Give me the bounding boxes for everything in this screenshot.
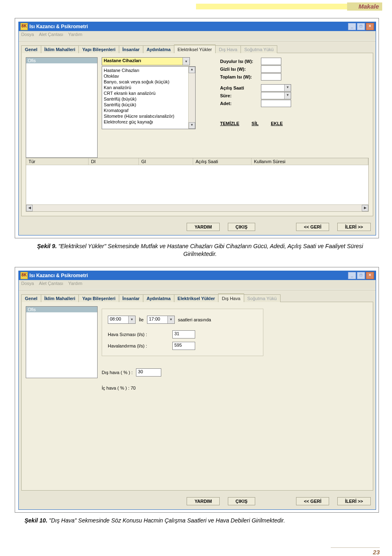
chevron-down-icon: ▼: [128, 316, 135, 323]
acilis-combo[interactable]: ▼: [261, 84, 291, 92]
back-button[interactable]: << GERİ: [296, 223, 329, 231]
scroll-down-icon[interactable]: ▼: [189, 122, 195, 129]
list-item[interactable]: Otoklav: [104, 73, 195, 79]
col-kullanim: Kullanım Süresi: [252, 158, 368, 165]
tab-strip: Genel İklim Mahalleri Yapı Bileşenleri İ…: [19, 41, 376, 53]
sizma-label: Hava Sızması (l/s) :: [108, 332, 169, 337]
menu-alet-cantasi[interactable]: Alet Çantası: [39, 281, 63, 288]
minimize-button[interactable]: _: [348, 272, 356, 279]
menu-dosya[interactable]: Dosya: [21, 281, 34, 288]
acilis-label: Açılış Saati: [220, 85, 261, 90]
havalandirma-input[interactable]: 595: [172, 342, 195, 350]
list-item[interactable]: Banyo, sıcak veya soğuk (küçük): [104, 79, 195, 85]
close-button[interactable]: ×: [366, 23, 374, 30]
listbox-scrollbar[interactable]: ▲ ▼: [188, 67, 195, 129]
chevron-down-icon: ▼: [284, 92, 291, 99]
menu-yardim[interactable]: Yardım: [68, 32, 82, 39]
dis-hava-input[interactable]: 30: [136, 368, 161, 377]
duyulur-input[interactable]: [261, 58, 281, 65]
menu-bar: Dosya Alet Çantası Yardım: [19, 31, 376, 40]
sure-label: Süre:: [220, 93, 261, 98]
list-item[interactable]: Santrifüj (küçük): [104, 102, 195, 108]
menu-dosya[interactable]: Dosya: [21, 32, 34, 39]
page-number: 23: [331, 547, 380, 556]
tab-insanlar[interactable]: İnsanlar: [119, 45, 143, 53]
caption-number: Şekil 9.: [37, 243, 57, 249]
tab-iklim-mahalleri[interactable]: İklim Mahalleri: [41, 294, 79, 302]
tab-aydinlatma[interactable]: Aydınlatma: [143, 45, 174, 53]
col-tur: Tür: [26, 158, 89, 165]
list-item[interactable]: CRT ekranlı kan analizörü: [104, 90, 195, 96]
app-window: 8K Isı Kazancı & Psikrometri _ □ × Dosya…: [18, 271, 376, 510]
caption-text: "Elektriksel Yükler" Sekmesinde Mutfak v…: [57, 243, 363, 257]
device-list[interactable]: Hastane Cihazları Otoklav Banyo, sıcak v…: [102, 66, 196, 129]
tab-elektriksel-yukler[interactable]: Elektriksel Yükler: [174, 45, 216, 53]
maximize-button[interactable]: □: [357, 23, 365, 30]
time-from-combo[interactable]: 08:00 ▼: [108, 316, 136, 324]
add-button[interactable]: EKLE: [271, 121, 283, 126]
sizma-input[interactable]: 31: [172, 330, 195, 339]
dis-hava-value: 30: [136, 369, 161, 376]
tab-iklim-mahalleri[interactable]: İklim Mahalleri: [41, 45, 79, 53]
room-list[interactable]: Ofis: [26, 57, 98, 158]
help-button[interactable]: YARDIM: [187, 223, 219, 231]
back-button[interactable]: << GERİ: [296, 497, 329, 505]
list-item[interactable]: Sitometre (Hücre sıralatıcı/analizör): [104, 113, 195, 119]
next-button[interactable]: İLERİ >>: [337, 497, 371, 505]
close-button[interactable]: ×: [366, 272, 374, 279]
room-list[interactable]: Ofis: [26, 306, 98, 378]
window-title-bar: 8K Isı Kazancı & Psikrometri _ □ ×: [19, 271, 376, 280]
list-item[interactable]: Kromatograf: [104, 108, 195, 113]
tab-aydinlatma[interactable]: Aydınlatma: [143, 294, 174, 302]
toplam-input[interactable]: [261, 73, 281, 81]
list-item[interactable]: Elektroforez güç kaynağı: [104, 119, 195, 125]
col-gi: GI: [139, 158, 193, 165]
table-hscroll[interactable]: ◀ ▶: [26, 204, 368, 211]
banner-label: Makale: [347, 2, 382, 11]
tab-genel[interactable]: Genel: [21, 45, 41, 53]
next-button[interactable]: İLERİ >>: [337, 223, 371, 231]
tab-sogutma-yuku[interactable]: Soğutma Yükü: [241, 45, 277, 53]
exit-button[interactable]: ÇIKIŞ: [228, 497, 255, 505]
maximize-button[interactable]: □: [357, 272, 365, 279]
exit-button[interactable]: ÇIKIŞ: [228, 223, 255, 231]
room-list-selected: Ofis: [26, 58, 97, 63]
adet-input[interactable]: [261, 100, 291, 107]
menu-yardim[interactable]: Yardım: [68, 281, 82, 288]
menu-alet-cantasi[interactable]: Alet Çantası: [39, 32, 63, 39]
scroll-left-icon[interactable]: ◀: [26, 205, 33, 211]
device-group-combo[interactable]: Hastane Cihazları ▼: [102, 57, 190, 65]
chevron-down-icon: ▼: [167, 316, 174, 323]
col-di: DI: [89, 158, 139, 165]
time-to-combo[interactable]: 17:00 ▼: [147, 316, 175, 324]
clear-button[interactable]: TEMİZLE: [220, 121, 239, 126]
tab-genel[interactable]: Genel: [21, 294, 41, 302]
window-title: Isı Kazancı & Psikrometri: [29, 273, 348, 278]
bottom-bar: YARDIM ÇIKIŞ << GERİ İLERİ >>: [19, 220, 376, 235]
chevron-down-icon: ▼: [284, 85, 291, 91]
app-window: 8K Isı Kazancı & Psikrometri _ □ × Dosya…: [18, 22, 376, 235]
tab-insanlar[interactable]: İnsanlar: [119, 294, 143, 302]
minimize-button[interactable]: _: [348, 23, 356, 30]
help-button[interactable]: YARDIM: [187, 497, 219, 505]
toplam-label: Toplam Isı (W):: [220, 74, 261, 79]
gizli-input[interactable]: [261, 65, 281, 73]
tab-yapi-bilesenleri[interactable]: Yapı Bileşenleri: [78, 294, 119, 302]
tab-dis-hava[interactable]: Dış Hava: [218, 294, 244, 302]
bottom-bar: YARDIM ÇIKIŞ << GERİ İLERİ >>: [19, 494, 376, 509]
list-item[interactable]: Kan analizörü: [104, 85, 195, 90]
list-item[interactable]: Santrifüj (büyük): [104, 96, 195, 102]
tab-sogutma-yuku[interactable]: Soğutma Yükü: [244, 294, 281, 302]
list-item[interactable]: Hastane Cihazları: [104, 67, 195, 73]
havalandirma-label: Havalandırma (l/s) :: [108, 343, 169, 348]
sure-combo[interactable]: ▼: [261, 92, 291, 99]
gizli-label: Gizli Isı (W):: [220, 67, 261, 72]
scroll-up-icon[interactable]: ▲: [189, 67, 195, 73]
tab-yapi-bilesenleri[interactable]: Yapı Bileşenleri: [78, 45, 119, 53]
tab-dis-hava[interactable]: Dış Hava: [215, 45, 241, 53]
scroll-right-icon[interactable]: ▶: [362, 205, 368, 211]
device-table: Tür DI GI Açılış Saati Kullanım Süresi ◀…: [26, 158, 369, 212]
col-acilis: Açılış Saati: [193, 158, 252, 165]
delete-button[interactable]: SİL: [252, 121, 258, 126]
tab-elektriksel-yukler[interactable]: Elektriksel Yükler: [174, 294, 219, 302]
